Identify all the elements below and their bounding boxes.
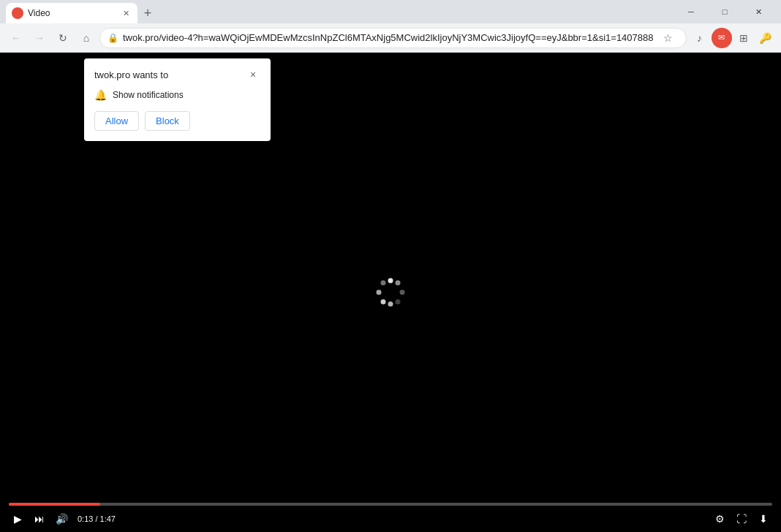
svg-point-1 (396, 281, 401, 286)
url-text: twok.pro/video-4?h=waWQiOjEwMDEwMzcsInNp… (123, 32, 654, 43)
maximize-button[interactable]: □ (708, 0, 742, 23)
bookmark-star-icon[interactable]: ☆ (658, 28, 679, 48)
active-tab[interactable]: Video ✕ (6, 3, 137, 23)
download-button[interactable]: ⬇ (755, 510, 772, 528)
address-bar[interactable]: 🔒 twok.pro/video-4?h=waWQiOjEwMDEwMzcsIn… (99, 28, 687, 48)
controls-row: ▶ ⏭ 🔊 0:13 / 1:47 ⚙ ⛶ ⬇ (9, 510, 772, 528)
settings-button[interactable]: ⚙ (711, 510, 728, 528)
next-button[interactable]: ⏭ (31, 510, 48, 528)
svg-point-2 (400, 290, 405, 295)
popup-item-text: Show notifications (113, 90, 184, 100)
tab-strip: Video ✕ + (6, 0, 674, 23)
bell-icon: 🔔 (94, 89, 107, 101)
svg-point-3 (396, 300, 401, 305)
puzzle-extension-icon[interactable]: 🧩 (777, 28, 782, 48)
time-display: 0:13 / 1:47 (78, 514, 116, 523)
svg-point-4 (388, 302, 393, 307)
new-tab-button[interactable]: + (137, 3, 158, 23)
key-extension-icon[interactable]: 🔑 (755, 28, 776, 48)
loading-spinner (373, 275, 408, 310)
allow-button[interactable]: Allow (94, 111, 139, 131)
popup-close-button[interactable]: × (246, 67, 260, 82)
notification-popup: twok.pro wants to × 🔔 Show notifications… (84, 58, 271, 141)
window-controls: ─ □ ✕ (674, 0, 775, 23)
minimize-button[interactable]: ─ (674, 0, 708, 23)
title-bar: Video ✕ + ─ □ ✕ (0, 0, 781, 23)
tab-close-button[interactable]: ✕ (120, 7, 132, 19)
refresh-button[interactable]: ↻ (53, 28, 73, 48)
tab-title: Video (28, 8, 116, 18)
progress-fill (9, 503, 100, 506)
tab-favicon (12, 7, 23, 19)
popup-buttons: Allow Block (94, 111, 260, 131)
close-button[interactable]: ✕ (742, 0, 775, 23)
svg-point-7 (381, 281, 386, 286)
popup-title: twok.pro wants to (94, 69, 168, 80)
back-button[interactable]: ← (6, 28, 26, 48)
toolbar-icons: ♪ ✉ ⊞ 🔑 🧩 👤 ⋮ (690, 28, 782, 48)
toolbar: ← → ↻ ⌂ 🔒 twok.pro/video-4?h=waWQiOjEwMD… (0, 23, 781, 53)
forward-button[interactable]: → (29, 28, 50, 48)
music-extension-icon[interactable]: ♪ (690, 28, 710, 48)
home-button[interactable]: ⌂ (76, 28, 97, 48)
svg-point-0 (388, 278, 393, 284)
svg-point-5 (381, 300, 386, 305)
popup-header: twok.pro wants to × (94, 67, 260, 82)
video-controls: ▶ ⏭ 🔊 0:13 / 1:47 ⚙ ⛶ ⬇ (0, 497, 781, 532)
block-button[interactable]: Block (145, 111, 190, 131)
lock-icon: 🔒 (107, 33, 118, 43)
svg-point-6 (377, 290, 382, 295)
email-extension-icon[interactable]: ✉ (712, 28, 732, 48)
play-button[interactable]: ▶ (9, 510, 26, 528)
popup-notification-item: 🔔 Show notifications (94, 89, 260, 101)
fullscreen-button[interactable]: ⛶ (733, 510, 750, 528)
video-content-area: ▶ ⏭ 🔊 0:13 / 1:47 ⚙ ⛶ ⬇ twok.pro wants t… (0, 53, 781, 532)
grid-extension-icon[interactable]: ⊞ (733, 28, 754, 48)
volume-button[interactable]: 🔊 (53, 510, 70, 528)
progress-bar[interactable] (9, 503, 772, 506)
